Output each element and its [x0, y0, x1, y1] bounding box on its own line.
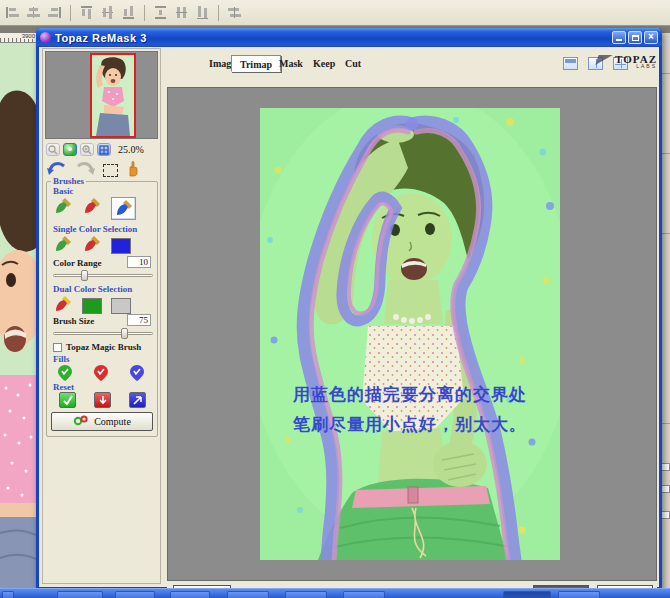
ruler-value: 3900: [21, 33, 35, 39]
distribute-vcenter-icon[interactable]: [173, 5, 190, 20]
single-color-row: [53, 234, 131, 258]
distribute-hcenter-icon[interactable]: [226, 5, 243, 20]
minimize-button[interactable]: [612, 31, 626, 44]
align-top-edges-icon[interactable]: [78, 5, 95, 20]
magic-brush-label: Topaz Magic Brush: [66, 342, 141, 352]
single-view-button[interactable]: [563, 57, 578, 70]
brush-size-slider[interactable]: [53, 328, 153, 339]
zoom-100-button[interactable]: [97, 143, 111, 156]
dual-color-swatch-green[interactable]: [82, 298, 102, 314]
dialog-body: 25.0% Brushes Basic: [39, 47, 659, 587]
zoom-in-button[interactable]: [80, 143, 94, 156]
dual-color-brush[interactable]: [53, 294, 73, 318]
topaz-remask-window: Topaz ReMask 3 ×: [36, 28, 662, 590]
window-title: Topaz ReMask 3: [55, 32, 147, 44]
color-range-label: Color Range: [53, 258, 102, 268]
taskbar-button[interactable]: [57, 591, 103, 598]
zoom-out-button[interactable]: [46, 143, 60, 156]
compute-label: Compute: [94, 416, 131, 427]
brushes-header: Brushes: [51, 176, 86, 186]
taskbar-button[interactable]: [558, 591, 600, 598]
taskbar-button[interactable]: [227, 591, 269, 598]
annotation-line1: 用蓝色的描完要分离的交界处: [292, 384, 527, 404]
preview-canvas[interactable]: 用蓝色的描完要分离的交界处 笔刷尽量用小点好，别太大。: [167, 87, 657, 581]
annotation-line2: 笔刷尽量用小点好，别太大。: [292, 415, 527, 434]
brush-size-label: Brush Size: [53, 316, 94, 326]
magic-brush-checkbox[interactable]: [53, 343, 62, 352]
screen: 3900: [0, 0, 670, 598]
reset-keep-button[interactable]: [59, 392, 76, 408]
basic-brush-row: [53, 196, 136, 220]
align-bottom-edges-icon[interactable]: [120, 5, 137, 20]
reset-row: [59, 392, 146, 408]
magic-brush-option: Topaz Magic Brush: [53, 342, 141, 352]
taskbar-button[interactable]: [285, 591, 327, 598]
pan-hand-tool[interactable]: [126, 160, 140, 181]
keep-brush-green[interactable]: [53, 196, 73, 220]
navigator-thumbnail[interactable]: [90, 53, 136, 138]
color-range-value[interactable]: 10: [127, 256, 151, 268]
background-photo-original: [0, 43, 36, 588]
reset-header: Reset: [53, 382, 74, 392]
zoom-controls: 25.0%: [46, 142, 159, 157]
distribute-bottom-icon[interactable]: [194, 5, 211, 20]
brushes-groupbox: Brushes Basic Single Color Select: [46, 181, 158, 437]
fills-header: Fills: [53, 354, 70, 364]
fill-cut-red-icon[interactable]: [93, 364, 109, 386]
close-button[interactable]: ×: [644, 31, 658, 44]
app-icon: [40, 32, 51, 43]
compute-brush-blue-selected[interactable]: [111, 197, 136, 220]
photoshop-options-bar: [0, 0, 670, 26]
brush-size-value[interactable]: 75: [127, 314, 151, 326]
toolbar-divider: [70, 5, 71, 21]
fill-compute-blue-icon[interactable]: [129, 364, 145, 386]
reset-compute-button[interactable]: [129, 392, 146, 408]
trimap-preview-image[interactable]: 用蓝色的描完要分离的交界处 笔刷尽量用小点好，别太大。: [260, 108, 560, 560]
single-color-keep-brush[interactable]: [53, 234, 73, 258]
zoom-fit-button[interactable]: [63, 143, 77, 156]
taskbar-start-fragment[interactable]: [2, 591, 14, 598]
toolbar-divider: [144, 5, 145, 21]
marquee-selection-tool[interactable]: [103, 164, 118, 177]
align-left-edges-icon[interactable]: [4, 5, 21, 20]
taskbar-button-active[interactable]: [503, 591, 551, 598]
navigator-preview[interactable]: [45, 51, 158, 139]
dual-color-selection-label: Dual Color Selection: [53, 284, 132, 294]
basic-label: Basic: [53, 186, 74, 196]
zoom-level-value: 25.0%: [118, 144, 144, 155]
compute-button[interactable]: Compute: [51, 412, 153, 431]
reset-cut-button[interactable]: [94, 392, 111, 408]
compute-gears-icon: [73, 414, 89, 429]
single-color-cut-brush[interactable]: [82, 234, 102, 258]
taskbar-button[interactable]: [170, 591, 210, 598]
windows-taskbar[interactable]: [0, 588, 670, 598]
tools-sidebar: 25.0% Brushes Basic: [42, 48, 161, 584]
maximize-button[interactable]: [628, 31, 642, 44]
dual-color-row: [53, 294, 131, 318]
color-range-slider[interactable]: [53, 270, 153, 281]
color-range-slider-thumb[interactable]: [81, 270, 88, 281]
dual-color-swatch-gray[interactable]: [111, 298, 131, 314]
toolbar-divider: [218, 5, 219, 21]
distribute-top-icon[interactable]: [152, 5, 169, 20]
single-color-swatch-blue[interactable]: [111, 238, 131, 254]
align-center-icon[interactable]: [25, 5, 42, 20]
topaz-labs-logo: TOPAZ LABS: [597, 53, 657, 73]
align-vcenter-icon[interactable]: [99, 5, 116, 20]
window-titlebar[interactable]: Topaz ReMask 3 ×: [36, 28, 662, 47]
cut-brush-red[interactable]: [82, 196, 102, 220]
taskbar-button[interactable]: [343, 591, 385, 598]
taskbar-button[interactable]: [115, 591, 155, 598]
align-right-edges-icon[interactable]: [46, 5, 63, 20]
tab-cut[interactable]: Cut: [337, 55, 369, 72]
brush-size-slider-thumb[interactable]: [121, 328, 128, 339]
photoshop-ruler: 3900: [0, 33, 36, 43]
single-color-selection-label: Single Color Selection: [53, 224, 137, 234]
view-tabstrip: Image Trimap Mask Keep Cut TOPAZ LABS: [165, 49, 659, 87]
